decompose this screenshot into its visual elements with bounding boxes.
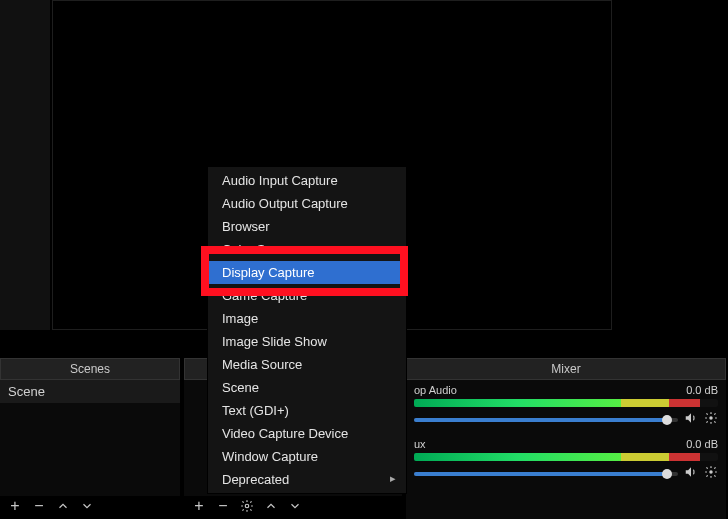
menu-item-media-source[interactable]: Media Source	[208, 353, 406, 376]
menu-item-image-slide-show[interactable]: Image Slide Show	[208, 330, 406, 353]
mixer-track-label: ux	[414, 438, 426, 450]
move-source-down-button[interactable]	[288, 499, 302, 513]
menu-item-audio-output-capture[interactable]: Audio Output Capture	[208, 192, 406, 215]
mixer-panel-header: Mixer	[406, 358, 726, 380]
menu-item-browser[interactable]: Browser	[208, 215, 406, 238]
scenes-toolbar: + −	[0, 495, 180, 517]
menu-item-text-gdi[interactable]: Text (GDI+)	[208, 399, 406, 422]
gear-icon[interactable]	[704, 411, 718, 428]
mixer-meter	[414, 399, 718, 407]
remove-source-button[interactable]: −	[216, 497, 230, 515]
mixer-meter	[414, 453, 718, 461]
menu-item-color-source[interactable]: Color Source	[208, 238, 406, 261]
scenes-panel: Scene	[0, 380, 180, 496]
svg-point-2	[245, 504, 249, 508]
mixer-track-mic-aux: ux 0.0 dB	[406, 434, 726, 488]
speaker-icon[interactable]	[684, 411, 698, 428]
scenes-panel-header: Scenes	[0, 358, 180, 380]
speaker-icon[interactable]	[684, 465, 698, 482]
preview-side-strip	[0, 0, 50, 330]
mixer-panel: op Audio 0.0 dB ux 0.0 dB	[406, 380, 726, 519]
add-source-context-menu[interactable]: Audio Input CaptureAudio Output CaptureB…	[207, 166, 407, 494]
menu-item-display-capture[interactable]: Display Capture	[208, 261, 406, 284]
menu-item-scene[interactable]: Scene	[208, 376, 406, 399]
mixer-track-db: 0.0 dB	[686, 438, 718, 450]
sources-toolbar: + −	[184, 495, 402, 517]
svg-point-1	[709, 470, 713, 474]
mixer-track-db: 0.0 dB	[686, 384, 718, 396]
add-scene-button[interactable]: +	[8, 497, 22, 515]
add-source-button[interactable]: +	[192, 497, 206, 515]
mixer-track-desktop-audio: op Audio 0.0 dB	[406, 380, 726, 434]
menu-item-deprecated[interactable]: Deprecated	[208, 468, 406, 491]
move-scene-down-button[interactable]	[80, 499, 94, 513]
menu-item-window-capture[interactable]: Window Capture	[208, 445, 406, 468]
move-source-up-button[interactable]	[264, 499, 278, 513]
mixer-volume-slider[interactable]	[414, 418, 678, 422]
svg-point-0	[709, 416, 713, 420]
mixer-volume-slider[interactable]	[414, 472, 678, 476]
scene-list-item[interactable]: Scene	[0, 380, 180, 403]
menu-item-audio-input-capture[interactable]: Audio Input Capture	[208, 169, 406, 192]
menu-item-video-capture-device[interactable]: Video Capture Device	[208, 422, 406, 445]
gear-icon[interactable]	[704, 465, 718, 482]
remove-scene-button[interactable]: −	[32, 497, 46, 515]
menu-item-image[interactable]: Image	[208, 307, 406, 330]
mixer-track-label: op Audio	[414, 384, 457, 396]
menu-item-game-capture[interactable]: Game Capture	[208, 284, 406, 307]
source-properties-button[interactable]	[240, 499, 254, 513]
move-scene-up-button[interactable]	[56, 499, 70, 513]
